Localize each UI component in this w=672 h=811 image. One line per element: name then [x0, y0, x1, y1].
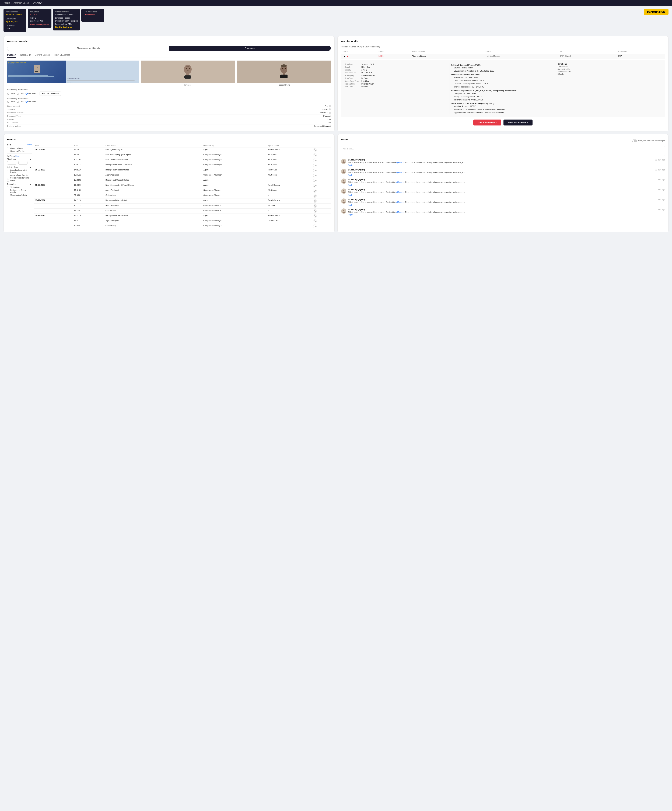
reply-link[interactable]: Reply — [348, 204, 665, 206]
reply-link[interactable]: Reply — [348, 214, 665, 216]
filters-reset-button[interactable]: Reset — [15, 155, 20, 157]
breadcrumb-people[interactable]: People — [3, 2, 10, 4]
notes-header: Notes Notify me about new messages — [341, 138, 665, 144]
true-positive-button[interactable]: True Positive Match — [473, 120, 502, 126]
row-options-button[interactable]: ⊙ — [313, 219, 317, 223]
filters-label: Filters — [9, 155, 15, 157]
ban-document-button[interactable]: Ban This Document — [39, 92, 61, 96]
breadcrumb-person[interactable]: Abraham Lincoln — [14, 2, 29, 4]
doc-tabs: Passport National ID Driver's License Pr… — [7, 54, 331, 58]
monitoring-button[interactable]: Monitoring: ON — [644, 9, 669, 15]
row-options-button[interactable]: ⊙ — [313, 194, 317, 198]
auth-false-label: False — [10, 93, 15, 95]
row-options-button[interactable]: ⊙ — [313, 159, 317, 162]
activity-other-checkbox[interactable] — [7, 180, 9, 182]
timeframe-to[interactable] — [19, 161, 27, 165]
expand-match-button[interactable]: ▲ — [343, 55, 346, 58]
activity-type-section: Activity Type ▲ Organisation-related Eve… — [7, 166, 32, 182]
row-date — [34, 188, 73, 193]
filters-header[interactable]: ⇅ Filters Reset — [7, 155, 32, 157]
match-expanded-detail: Scan Date 16 March 2025 Scan By Hikari S… — [341, 60, 665, 117]
timeframe-inputs: - — [7, 161, 32, 165]
row-options-button[interactable]: ⊙ — [313, 184, 317, 187]
reply-link[interactable]: Reply — [348, 184, 665, 186]
activity-other-row: Other — [7, 180, 32, 182]
activity-agent-checkbox[interactable] — [7, 174, 9, 176]
reply-link[interactable]: Reply — [348, 194, 665, 196]
note-author: Dr. McCoy (Agent) — [348, 159, 365, 161]
match-section-label: Possible Matches (Multiple Sources selec… — [341, 46, 665, 48]
sort-reset-button[interactable]: Reset — [27, 144, 32, 146]
reply-link[interactable]: Reply — [348, 165, 665, 166]
row-event: Agent Assigned — [104, 204, 202, 209]
row-time: 13:41.12 — [73, 173, 104, 178]
note-time: 12 days ago — [655, 179, 665, 181]
tab-documents[interactable]: Documents — [169, 46, 331, 51]
prop-verifications-checkbox[interactable] — [7, 186, 9, 188]
row-options-button[interactable]: ⊙ — [313, 164, 317, 167]
auth-true-option[interactable]: True — [17, 93, 24, 95]
photo-false-option[interactable]: False — [7, 101, 15, 103]
note-text: This is a note left by an Agent. He shar… — [348, 161, 665, 164]
notes-container: Dr. McCoy (Agent) 12 days ago This is a … — [341, 159, 665, 216]
row-options-button[interactable]: ⊙ — [313, 169, 317, 172]
table-row: 16-03-2025 22:26.11 New Agent Assigned A… — [34, 148, 331, 153]
social-item-0: Identified Accounts: NONE — [454, 105, 555, 108]
fin-item-0: World-Check: NO RECORDS — [454, 76, 555, 79]
timeframe-label: Timeframe — [7, 158, 16, 160]
group-by-months-checkbox[interactable] — [7, 150, 9, 152]
row-options-button[interactable]: ⊙ — [313, 209, 317, 213]
activity-subject-checkbox[interactable] — [7, 177, 9, 179]
note-author: Dr. McCoy (Agent) — [348, 188, 365, 191]
note-input-area[interactable]: Add a note... — [341, 146, 665, 156]
row-options-button[interactable]: ⊙ — [313, 148, 317, 152]
row-date — [34, 173, 73, 178]
auth-not-sure-option[interactable]: Not Sure — [25, 93, 36, 95]
detail-scan-by-value: Hikari Sulu — [361, 66, 370, 68]
timeframe-from[interactable] — [7, 161, 16, 165]
detail-scan-id-value: 1701-B — [361, 69, 367, 71]
fin-item-1: Dow Jones Watchlist: NO RECORDS — [454, 79, 555, 82]
passport-left: UNITED STATES OF AMERICA PASSPORT — [7, 61, 66, 83]
row-options-button[interactable]: ⊙ — [313, 214, 317, 218]
row-options-button[interactable]: ⊙ — [313, 153, 317, 157]
match-status-cell: ▲ — [341, 54, 377, 59]
detail-match-status: Match Status Potential Match — [344, 82, 448, 85]
svg-point-21 — [343, 170, 344, 172]
row-reported: Compliance Manager — [202, 219, 267, 224]
photo-true-option[interactable]: True — [17, 101, 24, 103]
row-options-button[interactable]: ⊙ — [313, 204, 317, 208]
note-text: This is a note left by an Agent. He shar… — [348, 181, 665, 184]
row-options-button[interactable]: ⊙ — [313, 174, 317, 177]
note-content: Dr. McCoy (Agent) 12 days ago This is a … — [348, 188, 665, 196]
col-pep: PEP — [559, 49, 617, 54]
properties-section: Properties ▲ Verifications Background Ch… — [7, 183, 32, 196]
detail-scan-date-label: Scan Date — [344, 63, 360, 65]
notify-toggle-track[interactable] — [632, 139, 637, 142]
reply-link[interactable]: Reply — [348, 174, 665, 176]
prop-organisation-checkbox[interactable] — [7, 194, 9, 196]
doc-tab-national-id[interactable]: National ID — [20, 54, 31, 58]
row-options-button[interactable]: ⊙ — [313, 179, 317, 182]
activity-org-checkbox[interactable] — [7, 170, 9, 172]
photo-true-dot — [17, 101, 19, 103]
doc-tab-passport[interactable]: Passport — [7, 54, 16, 58]
note-time: 12 days ago — [655, 169, 665, 171]
photo-false-label: False — [10, 101, 15, 103]
row-options-button[interactable]: ⊙ — [313, 199, 317, 203]
photo-not-sure-option[interactable]: Not Sure — [25, 101, 36, 103]
row-options-button[interactable]: ⊙ — [313, 224, 317, 228]
row-options-button[interactable]: ⊙ — [313, 189, 317, 192]
doc-tab-drivers-license[interactable]: Driver's License — [35, 54, 50, 58]
doc-tab-proof-of-address[interactable]: Proof Of Address — [54, 54, 70, 58]
table-row: 12:22.02 Onboarding Compliance Manager -… — [34, 209, 331, 214]
group-by-days-checkbox[interactable] — [7, 147, 9, 149]
auth-false-option[interactable]: False — [7, 93, 15, 95]
row-date — [34, 204, 73, 209]
events-title: Events — [7, 138, 331, 141]
prop-background-checkbox[interactable] — [7, 190, 9, 192]
tab-risk-assessment[interactable]: Risk Assessment Details — [7, 46, 169, 51]
false-positive-button[interactable]: False Positive Match — [504, 120, 533, 126]
row-reported: Compliance Manager — [202, 188, 267, 193]
match-scan-details: Scan Date 16 March 2025 Scan By Hikari S… — [343, 63, 450, 114]
